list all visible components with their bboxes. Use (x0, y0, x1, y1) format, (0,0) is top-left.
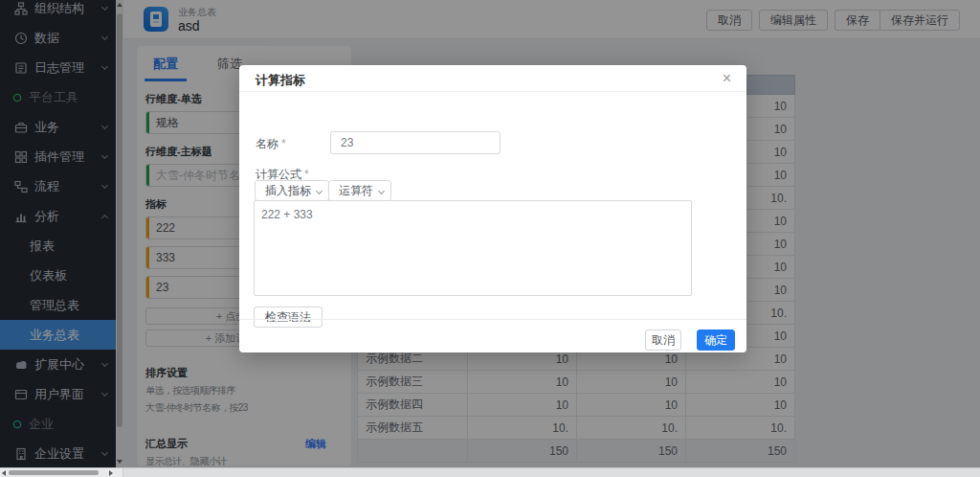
operator-dropdown[interactable]: 运算符 (328, 180, 391, 201)
modal-title: 计算指标 (256, 72, 305, 89)
insert-metric-dropdown[interactable]: 插入指标 (255, 180, 329, 201)
modal-ok-button[interactable]: 确定 (697, 329, 735, 351)
scroll-right-arrow-icon[interactable] (109, 470, 113, 476)
chevron-down-icon (378, 188, 385, 194)
formula-textarea[interactable]: 222 + 333 (254, 200, 692, 296)
required-asterisk: * (281, 137, 286, 150)
sidebar-horizontal-scrollbar[interactable] (0, 468, 123, 477)
modal-footer: 取消 确定 (239, 319, 746, 352)
name-input[interactable] (330, 131, 501, 154)
required-asterisk: * (304, 168, 309, 181)
horizontal-scrollbar[interactable] (0, 467, 980, 477)
name-label: 名称* (256, 136, 286, 152)
chevron-down-icon (316, 188, 323, 194)
close-icon[interactable]: × (723, 69, 731, 88)
sidebar-horizontal-scroll-thumb[interactable] (9, 470, 99, 475)
calc-metric-modal: 计算指标 × 名称* 计算公式* 插入指标 运算符 222 + 333 检查语法… (239, 65, 746, 352)
modal-header: 计算指标 × (239, 65, 746, 92)
modal-cancel-button[interactable]: 取消 (645, 329, 681, 351)
scroll-left-arrow-icon[interactable] (2, 470, 6, 476)
